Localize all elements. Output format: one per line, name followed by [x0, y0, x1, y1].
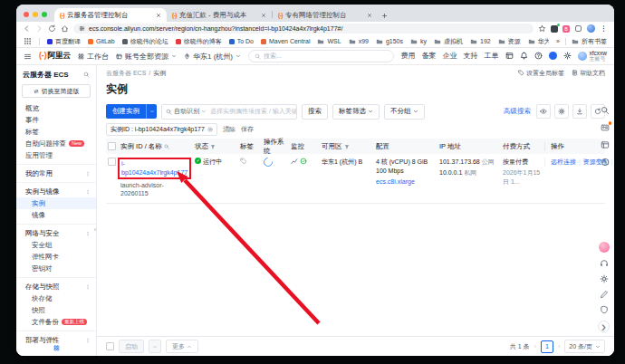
bookmark-item[interactable]: x99 [349, 38, 369, 45]
console-apps-icon[interactable] [505, 52, 514, 60]
sidebar-item[interactable]: 快照 [16, 304, 96, 316]
close-tab-icon[interactable] [156, 13, 161, 18]
column-search-icon[interactable] [164, 144, 169, 149]
remove-filter-icon[interactable] [207, 127, 213, 132]
filter-funnel-icon[interactable] [344, 144, 350, 149]
bookmark-item[interactable]: 192 [470, 38, 491, 45]
support-headset-icon[interactable] [600, 259, 609, 268]
bookmark-item[interactable]: 华为 [528, 37, 549, 46]
tags-icon[interactable] [240, 158, 247, 165]
bookmark-item[interactable]: 虚拟机 [434, 37, 463, 46]
sidebar-item[interactable]: 实例 [16, 197, 96, 209]
back-icon[interactable] [23, 24, 31, 33]
browser-menu-icon[interactable] [600, 24, 608, 33]
address-bar[interactable]: ecs.console.aliyun.com/server/region/cn-… [73, 24, 534, 34]
sidebar-item[interactable]: 文件备份最新上线 [16, 316, 96, 328]
sidebar-item[interactable]: 自助问题排查New [16, 138, 96, 149]
filter-chip[interactable]: 实例ID : i-bp10424a4x7lrgk4p177 [106, 123, 217, 136]
history-clock-icon[interactable] [601, 158, 610, 167]
switch-simple-version-button[interactable]: 切换至简捷版 [22, 84, 91, 98]
bookmark-item[interactable]: WSL [317, 38, 341, 45]
preferences-gear-icon[interactable] [600, 274, 609, 283]
all-bookmarks[interactable]: 所有书签 [572, 37, 607, 46]
search-button[interactable]: 搜索 [302, 104, 328, 120]
notifications-card-icon[interactable] [601, 123, 610, 132]
tag-filter-button[interactable]: 标签筛选 [332, 104, 380, 120]
apps-grid-icon[interactable] [24, 37, 32, 45]
sidebar-group-header[interactable]: 实例与镜像 [16, 186, 96, 197]
footer-select-all-checkbox[interactable] [106, 342, 114, 350]
row-checkbox[interactable] [108, 158, 116, 166]
extension-icon-2[interactable]: B [562, 25, 570, 33]
close-window-icon[interactable] [24, 12, 29, 17]
customer-service-avatar[interactable] [599, 242, 610, 253]
reload-icon[interactable] [48, 24, 56, 33]
bookmark-item[interactable]: 百度翻译 [47, 37, 81, 46]
more-actions-button[interactable]: 更多 [166, 340, 198, 353]
extensions-icon[interactable] [574, 24, 582, 33]
bookmark-item[interactable]: 徐晓伟的论坛 [122, 37, 168, 46]
panel-shortcut-icon[interactable] [601, 140, 610, 149]
sidebar-bottom-icon[interactable] [53, 345, 60, 351]
bookmark-item[interactable]: To Do [229, 38, 254, 44]
kebab-menu-icon[interactable] [85, 338, 91, 343]
bookmark-star-icon[interactable] [538, 24, 546, 33]
clear-filters-link[interactable]: 清除 [223, 125, 236, 134]
tab-billing[interactable]: (-) 充值汇款 - 费用与成本 [167, 8, 272, 22]
menu-support[interactable]: 支持 [464, 51, 478, 61]
tab-ecs-console[interactable]: (-) 云服务器管理控制台 [54, 8, 167, 22]
monitoring-chart-icon[interactable] [291, 158, 298, 165]
instance-search-input[interactable]: 自动识别 选择实例属性项搜索 / 输入关键字识别搜索 [161, 104, 297, 120]
site-settings-icon[interactable] [79, 25, 85, 32]
bookmarks-overflow-chevron[interactable]: » [556, 38, 560, 44]
close-tab-icon[interactable] [261, 13, 266, 18]
page-size-select[interactable]: 20 条/页 [564, 340, 605, 353]
sidebar-item[interactable]: 事件 [16, 114, 96, 126]
save-filters-link[interactable]: 保存 [241, 125, 254, 134]
instance-id-link[interactable]: i-bp10424a4x7lrgk4p177 [121, 160, 188, 176]
sidebar-item[interactable]: 标签 [16, 126, 96, 138]
bookmark-item[interactable]: Maven Central [261, 38, 311, 44]
sidebar-item[interactable]: 块存储 [16, 292, 96, 304]
ai-assistant-icon[interactable] [549, 52, 557, 60]
batch-more-button[interactable] [149, 340, 161, 353]
kebab-menu-icon[interactable] [85, 189, 91, 195]
forward-icon[interactable] [35, 24, 43, 33]
breadcrumb-root[interactable]: 云服务器 ECS [106, 69, 146, 78]
new-tab-icon[interactable] [381, 13, 388, 19]
menu-tickets[interactable]: 工单 [485, 51, 499, 61]
region-select[interactable]: 华东1 (杭州) [184, 52, 241, 62]
sidebar-item[interactable]: 安全组 [16, 239, 96, 251]
user-account[interactable]: xfcxxw 主账号 [578, 50, 608, 62]
window-controls[interactable] [24, 12, 47, 17]
quick-search-icon[interactable] [601, 106, 610, 115]
help-docs-link[interactable]: 帮助文档 [572, 69, 605, 78]
grouping-select[interactable]: 不分组 [384, 104, 425, 120]
home-icon[interactable] [61, 24, 69, 33]
expand-panel-icon[interactable]: › [598, 321, 610, 332]
instance-type-link[interactable]: ecs.c8i.xlarge [376, 177, 415, 187]
sidebar-item[interactable]: 应用管理 [16, 149, 96, 161]
aliyun-logo[interactable]: (-) 阿里云 [39, 51, 71, 62]
notifications-bell-icon[interactable] [520, 52, 528, 60]
advanced-search-link[interactable]: 高级搜索 [504, 107, 531, 116]
security-shield-icon[interactable] [600, 305, 609, 314]
kebab-menu-icon[interactable] [85, 284, 91, 290]
column-settings-button[interactable] [554, 104, 569, 119]
browser-profile-avatar[interactable] [587, 24, 595, 33]
start-instance-button[interactable]: 启动 [119, 340, 144, 353]
bookmark-item[interactable]: g150s [376, 38, 403, 45]
export-button[interactable] [572, 104, 587, 119]
sidebar-search-icon[interactable] [83, 72, 90, 78]
sidebar-item[interactable]: 密钥对 [16, 263, 96, 274]
menu-icp[interactable]: 备案 [422, 51, 437, 61]
sidebar-group-header[interactable]: 存储与快照 [16, 281, 96, 292]
hamburger-menu-icon[interactable] [24, 53, 32, 61]
close-tab-icon[interactable] [367, 13, 372, 18]
feedback-pencil-icon[interactable] [600, 290, 609, 299]
kebab-menu-icon[interactable] [85, 171, 91, 177]
tab-vpc-console[interactable]: (-) 专有网络管理控制台 [273, 8, 378, 22]
extension-icon-1[interactable] [551, 25, 558, 33]
bookmark-item[interactable]: 资源 [498, 37, 521, 46]
create-instance-button[interactable]: 创建实例 [106, 104, 157, 119]
